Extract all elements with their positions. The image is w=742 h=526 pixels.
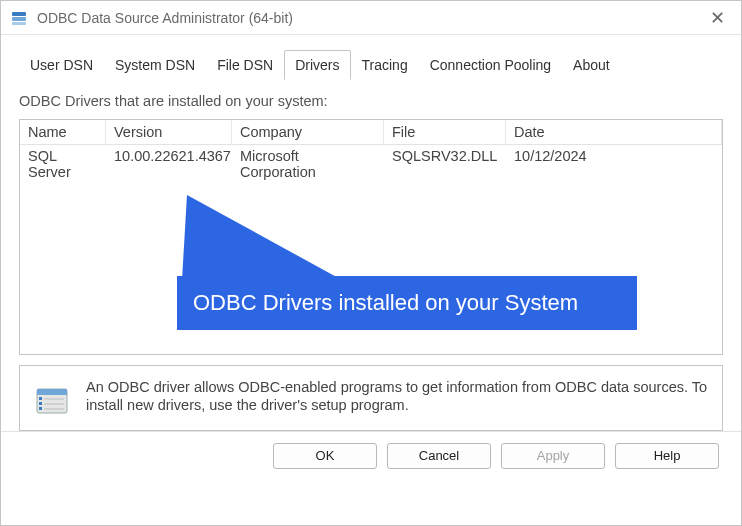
cell-version: 10.00.22621.4367 [106,145,232,183]
apply-button: Apply [501,443,605,469]
svg-rect-2 [12,22,26,25]
column-header-file[interactable]: File [384,120,506,144]
cell-company: Microsoft Corporation [232,145,384,183]
annotation-callout: ODBC Drivers installed on your System [177,276,637,330]
table-row[interactable]: SQL Server 10.00.22621.4367 Microsoft Co… [20,145,722,183]
titlebar: ODBC Data Source Administrator (64-bit) … [1,1,741,35]
listview-header: Name Version Company File Date [20,120,722,145]
svg-rect-0 [12,12,26,16]
tab-about[interactable]: About [562,50,621,80]
help-button[interactable]: Help [615,443,719,469]
drivers-intro-label: ODBC Drivers that are installed on your … [19,93,723,109]
tab-system-dsn[interactable]: System DSN [104,50,206,80]
tab-connection-pooling[interactable]: Connection Pooling [419,50,562,80]
svg-rect-10 [39,407,42,410]
ok-button[interactable]: OK [273,443,377,469]
column-header-name[interactable]: Name [20,120,106,144]
tabstrip: User DSN System DSN File DSN Drivers Tra… [19,49,723,79]
tab-user-dsn[interactable]: User DSN [19,50,104,80]
column-header-company[interactable]: Company [232,120,384,144]
svg-rect-1 [12,17,26,21]
svg-rect-8 [39,397,42,400]
annotation-label: ODBC Drivers installed on your System [193,290,578,316]
calendar-datasource-icon [34,382,70,418]
cancel-button[interactable]: Cancel [387,443,491,469]
tab-panel-drivers: ODBC Drivers that are installed on your … [19,79,723,431]
column-header-version[interactable]: Version [106,120,232,144]
info-box: An ODBC driver allows ODBC-enabled progr… [19,365,723,431]
tab-tracing[interactable]: Tracing [351,50,419,80]
tab-file-dsn[interactable]: File DSN [206,50,284,80]
cell-date: 10/12/2024 [506,145,722,183]
cell-file: SQLSRV32.DLL [384,145,506,183]
info-text: An ODBC driver allows ODBC-enabled progr… [86,378,708,418]
cell-name: SQL Server [20,145,106,183]
dialog-footer: OK Cancel Apply Help [1,431,741,479]
svg-rect-4 [37,389,67,395]
tab-drivers[interactable]: Drivers [284,50,350,80]
close-button[interactable]: ✕ [704,7,731,29]
window-title: ODBC Data Source Administrator (64-bit) [37,10,704,26]
odbc-icon [11,10,27,26]
svg-rect-9 [39,402,42,405]
column-header-date[interactable]: Date [506,120,722,144]
